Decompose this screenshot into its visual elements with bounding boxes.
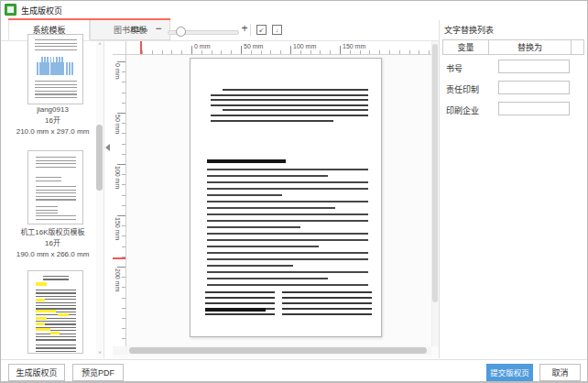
window-title: 生成版权页 [21,5,62,16]
thumb-highlight [36,310,56,312]
template-name: jiang0913 [1,104,104,115]
doc-cip-block [207,169,368,290]
vruler-label: 50 mm [114,115,121,134]
canvas-hscroll-thumb[interactable] [129,347,427,354]
hruler-label: 100 mm [293,43,316,49]
sidebar-scrollbar[interactable] [96,41,103,358]
thumb-highlight [50,332,60,334]
row-label-book-number: 书号 [446,62,463,74]
template-name: 机工16K版权页模板 [1,227,104,238]
vertical-ruler: 0 mm 50 mm 100 mm 150 mm 200 mm [113,55,126,351]
column-replace-with: 替换为 [489,40,572,55]
template-dimensions: 210.0 mm x 297.0 mm [1,126,104,137]
window: 生成版权页 系统模板 图书模板 81% − + ↙ ↓ jiang0913 16… [0,0,588,383]
sidebar-scrollbar-thumb[interactable] [96,125,103,191]
input-print-manager[interactable] [498,81,570,94]
zoom-in-button[interactable]: + [238,22,251,37]
thumb-highlight [36,299,45,301]
canvas-vscroll-thumb[interactable] [432,44,438,302]
column-extra [572,40,583,55]
title-bar: 生成版权页 [1,1,587,18]
thumb-text-block [36,206,58,213]
input-book-number[interactable] [498,60,570,73]
vruler-label: 100 mm [114,166,121,189]
ruler-cursor-marker-v [113,257,125,259]
thumb-chart-bars [41,57,63,75]
row-label-print-manager: 责任印制 [446,83,479,95]
thumb-text-block [36,345,76,352]
input-print-company[interactable] [498,102,570,115]
sidebar-collapse-icon[interactable] [105,144,110,151]
thumb-text-block [36,177,61,182]
thumb-highlight [36,328,50,331]
template-dimensions: 190.0 mm x 266.0 mm [1,249,104,260]
ruler-cursor-marker-h [140,41,142,54]
thumb-text-block [43,276,69,281]
app-icon [5,4,16,16]
panel-divider [439,20,440,358]
thumb-text-block [35,81,77,99]
toolbar-separator [250,24,251,36]
ruler-corner [113,41,126,55]
row-label-print-company: 印刷企业 [446,104,479,116]
template-thumbnail-highlighted[interactable] [27,270,83,354]
thumb-text-block [36,157,76,170]
generate-copyright-page-button[interactable]: 生成版权页 [8,364,65,381]
doc-bold-notice [205,308,266,312]
doc-contact-left [205,291,275,317]
doc-contact-right [282,291,372,317]
doc-cip-heading [207,159,286,163]
thumb-text-block [36,215,76,222]
template-sidebar: jiang0913 16开 210.0 mm x 297.0 mm 机工16K版… [1,41,104,358]
vruler-label: 0 mm [114,63,121,80]
chevron-up-icon[interactable]: ˄ [96,41,103,47]
chevron-down-icon[interactable]: ˅ [96,350,103,356]
submit-copyright-page-button[interactable]: 提交版权页 [486,364,533,381]
hruler-label: 50 mm [244,43,263,49]
zoom-level-label: 81% [131,25,147,34]
thumb-highlight [36,317,47,320]
replace-panel-title: 文字替换列表 [444,24,494,36]
fit-width-icon[interactable]: ↓ [272,25,282,35]
template-thumbnail-16k[interactable] [27,150,83,224]
fit-page-icon[interactable]: ↙ [256,25,267,35]
zoom-out-button[interactable]: − [152,22,165,37]
vruler-label: 150 mm [114,217,121,240]
document-page-preview[interactable] [190,58,382,337]
zoom-slider-thumb[interactable] [176,27,186,37]
template-size: 16开 [1,115,104,126]
thumb-text-block [35,39,77,51]
horizontal-ruler: 0 mm 50 mm 100 mm 150 mm [126,41,431,55]
footer-separator [1,359,587,360]
thumb-highlight [36,282,47,286]
thumb-highlight [58,313,69,316]
hruler-label: 150 mm [343,43,365,49]
replace-table-header: 变量 替换为 [442,39,584,55]
thumb-text-block [36,186,76,201]
column-variable: 变量 [443,40,489,55]
thumb-highlight [36,323,45,325]
template-thumbnail-jiang0913[interactable] [27,34,83,104]
vruler-label: 200 mm [114,268,121,291]
template-size: 16开 [1,238,104,249]
preview-pdf-button[interactable]: 预览PDF [72,364,124,381]
hruler-label: 0 mm [194,43,211,49]
cancel-button[interactable]: 取消 [539,364,581,381]
